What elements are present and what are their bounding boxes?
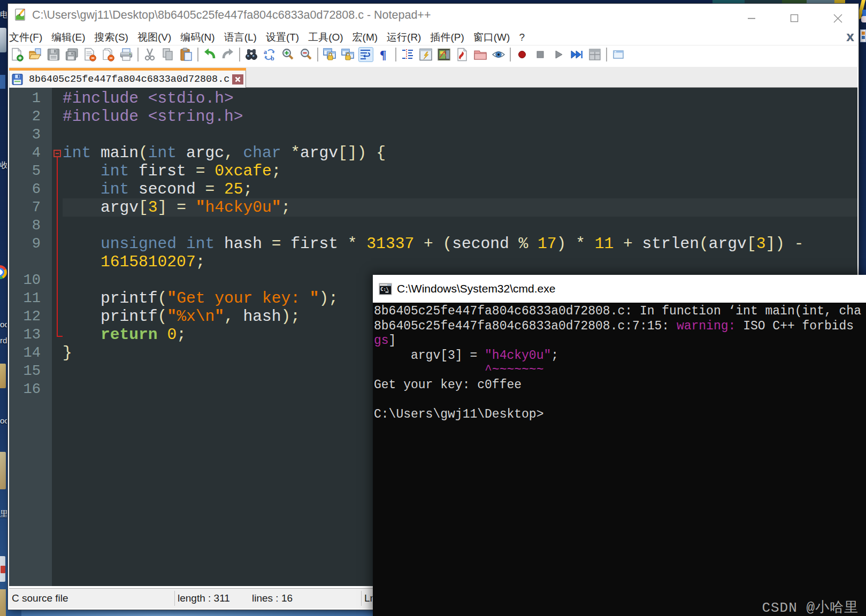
- show-all-characters-icon[interactable]: ¶: [377, 48, 391, 61]
- line-number: 1: [9, 89, 41, 107]
- indent-guide-icon[interactable]: [401, 48, 415, 61]
- macro-run-multiple-icon[interactable]: [570, 48, 584, 61]
- code-line-token: [205, 162, 214, 180]
- sync-horizontal-scroll-icon[interactable]: [341, 48, 355, 61]
- open-folder-icon[interactable]: [28, 48, 42, 61]
- status-lines: lines : 16: [252, 589, 293, 608]
- tab-close-button[interactable]: [232, 74, 243, 84]
- save-all-icon[interactable]: [65, 48, 79, 61]
- toolbar-separator: [510, 48, 511, 61]
- new-file-icon[interactable]: [10, 48, 24, 61]
- console-line-token: ;: [551, 349, 558, 363]
- menu-language[interactable]: 语言(L): [224, 29, 257, 45]
- code-line-token: Get your key:: [177, 289, 310, 307]
- desktop-icon-fragment: [0, 75, 5, 89]
- code-line-token: [433, 235, 443, 253]
- save-icon[interactable]: [47, 48, 60, 61]
- code-line-token: []): [338, 144, 366, 162]
- line-number: 7: [9, 198, 41, 217]
- toolbar-separator: [606, 48, 607, 61]
- code-line-token: ,: [224, 144, 234, 162]
- title-bar[interactable]: C:\Users\gwj11\Desktop\8b6405c25fe447fa8…: [9, 5, 857, 29]
- paste-icon[interactable]: [179, 48, 193, 61]
- redo-icon[interactable]: [221, 48, 235, 61]
- menu-macro[interactable]: 宏(M): [352, 29, 378, 45]
- find-icon[interactable]: [244, 48, 258, 61]
- menu-edit[interactable]: 编辑(E): [51, 29, 85, 45]
- tab-active[interactable]: 8b6405c25fe447fa804c6833a0d72808.c: [9, 68, 246, 88]
- status-separator: [174, 591, 175, 606]
- code-line-token: 0xcafe: [214, 162, 272, 180]
- code-line-token: [63, 326, 101, 344]
- code-line-token: *: [576, 235, 585, 253]
- code-line-token: printf: [63, 289, 158, 307]
- console-line-token: Get your key: c0ffee: [374, 378, 522, 392]
- zoom-in-icon[interactable]: [281, 48, 295, 61]
- toolbar-separator: [317, 48, 318, 61]
- desktop-icon-label: 收: [0, 160, 7, 171]
- code-line-token: ,: [224, 307, 234, 326]
- code-line-token: ;: [177, 326, 186, 344]
- document-switcher-icon[interactable]: [455, 48, 469, 61]
- status-length: length : 311: [178, 589, 230, 608]
- zoom-out-icon[interactable]: [299, 48, 313, 61]
- menu-close-document-button[interactable]: X: [846, 29, 854, 45]
- menu-file[interactable]: 文件(F): [9, 29, 42, 45]
- code-line-token: ": [167, 289, 177, 307]
- menu-plugins[interactable]: 插件(P): [430, 29, 464, 45]
- code-line-token: [63, 235, 101, 253]
- close-document-icon[interactable]: [83, 48, 97, 61]
- menu-search[interactable]: 搜索(S): [95, 29, 128, 45]
- watermark: CSDN @小哈里: [762, 601, 859, 616]
- code-line-token: [177, 235, 186, 253]
- pdf-icon: [0, 556, 5, 582]
- macro-save-icon[interactable]: [588, 48, 602, 61]
- minimize-button[interactable]: [744, 10, 760, 26]
- monitoring-icon[interactable]: [492, 48, 505, 61]
- cmd-console[interactable]: 8b6405c25fe447fa804c6833a0d72808.c: In f…: [373, 303, 866, 616]
- macro-play-icon[interactable]: [551, 48, 565, 61]
- menu-view[interactable]: 视图(V): [137, 29, 171, 45]
- close-button[interactable]: [830, 10, 846, 26]
- preview-in-browser-icon[interactable]: [611, 48, 625, 61]
- macro-record-icon[interactable]: [515, 48, 529, 61]
- maximize-button[interactable]: [786, 10, 802, 26]
- menu-help[interactable]: ?: [519, 29, 525, 45]
- print-icon[interactable]: [119, 48, 133, 61]
- word-wrap-icon[interactable]: [359, 48, 373, 61]
- tab-close-icon: [235, 76, 241, 82]
- macro-stop-icon[interactable]: [533, 48, 547, 61]
- menu-encoding[interactable]: 编码(N): [180, 29, 214, 45]
- function-list-icon[interactable]: [419, 48, 433, 61]
- line-numbers: 12345678910111213141516: [9, 89, 52, 398]
- code-line-token: hash: [214, 235, 272, 253]
- document-map-icon[interactable]: [437, 48, 451, 61]
- toolbar-separator: [197, 48, 198, 61]
- code-line: 1615810207;: [63, 253, 803, 271]
- menu-run[interactable]: 运行(R): [387, 29, 421, 45]
- copy-icon[interactable]: [161, 48, 175, 61]
- folder-as-workspace-icon[interactable]: [473, 48, 487, 61]
- code-line-token: argv: [300, 144, 338, 162]
- line-number: 8: [9, 217, 41, 235]
- cmd-window-title: C:\Windows\System32\cmd.exe: [397, 282, 555, 295]
- menu-settings[interactable]: 设置(T): [266, 29, 299, 45]
- console-line-token: C:\Users\gwj11\Desktop>: [374, 407, 543, 421]
- replace-icon[interactable]: a b: [263, 48, 277, 61]
- code-line-token: [281, 144, 291, 162]
- cmd-title-bar[interactable]: C:\ C:\Windows\System32\cmd.exe: [373, 275, 866, 303]
- sync-vertical-scroll-icon[interactable]: [323, 48, 336, 61]
- wallpaper-fragment: [834, 0, 845, 3]
- code-line-token: -: [794, 235, 804, 253]
- close-all-documents-icon[interactable]: [101, 48, 115, 61]
- code-line-token: int: [101, 162, 129, 180]
- fold-collapse-icon[interactable]: [53, 150, 61, 157]
- folder-icon: [0, 589, 6, 616]
- console-line-token: warning:: [677, 319, 743, 333]
- menu-tools[interactable]: 工具(O): [308, 29, 343, 45]
- code-line-token: [414, 235, 424, 253]
- undo-icon[interactable]: [203, 48, 217, 61]
- menu-window[interactable]: 窗口(W): [473, 29, 510, 45]
- code-line-token: ;: [328, 289, 338, 307]
- cut-icon[interactable]: [143, 48, 157, 61]
